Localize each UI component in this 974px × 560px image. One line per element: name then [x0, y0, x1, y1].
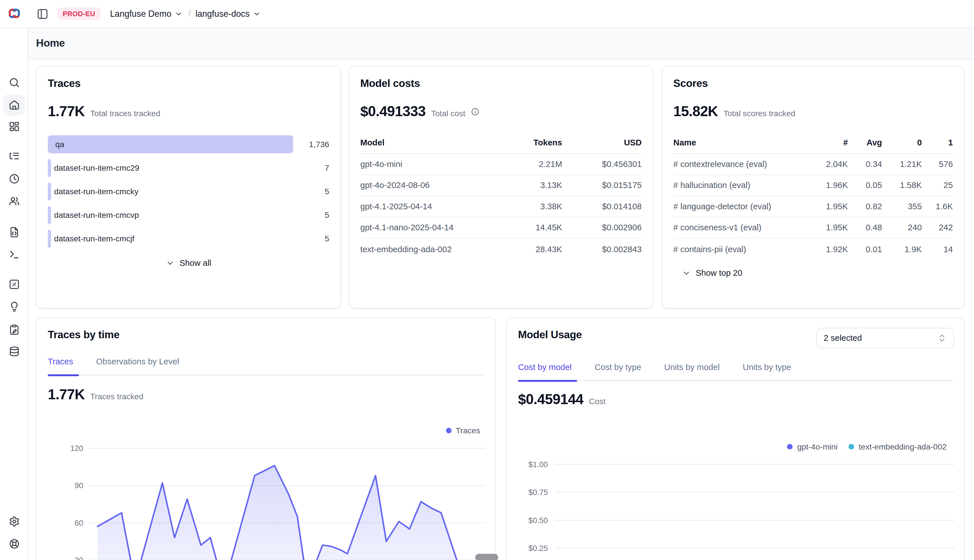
cell-usd: $0.014108	[562, 202, 642, 211]
model-filter-select[interactable]: 2 selected	[816, 328, 954, 348]
model-usage-tabs: Cost by model Cost by type Units by mode…	[518, 363, 953, 380]
cell-usd: $0.002906	[562, 223, 642, 232]
traces-tracked-label: Traces tracked	[90, 392, 144, 401]
legend-dot	[787, 444, 793, 450]
scores-table: Name # Avg 0 1 # contextrelevance (eval)…	[673, 138, 953, 259]
users-icon[interactable]	[8, 196, 20, 207]
trace-bar-label: dataset-run-item-cmcjf	[54, 230, 134, 248]
project-switcher[interactable]: langfuse-docs	[195, 9, 261, 19]
col-one: 1	[922, 138, 953, 147]
trace-bar[interactable]	[48, 230, 51, 248]
cell-count: 1.96K	[808, 181, 848, 190]
playground-terminal-icon[interactable]	[8, 249, 20, 260]
home-icon[interactable]	[8, 99, 20, 110]
tab-cost-by-model[interactable]: Cost by model	[518, 363, 572, 380]
sessions-clock-icon[interactable]	[8, 173, 20, 184]
breadcrumb-separator: /	[188, 7, 191, 20]
show-top-20-button[interactable]: Show top 20	[673, 268, 953, 277]
cell-zero: 355	[882, 202, 922, 211]
trace-bar-label: dataset-run-item-cmcvp	[54, 206, 139, 224]
chevrons-up-down-icon	[937, 333, 947, 343]
app-window: PROD-EU Langfuse Demo / langfuse-docs	[0, 0, 974, 560]
search-icon[interactable]	[8, 77, 20, 88]
tab-units-by-type[interactable]: Units by type	[743, 363, 791, 380]
model-filter-value: 2 selected	[824, 333, 862, 343]
page-title: Home	[36, 37, 65, 50]
total-cost-label: Total cost	[431, 109, 465, 118]
annotation-clipboard-pen-icon[interactable]	[8, 324, 20, 335]
dashboards-icon[interactable]	[8, 121, 20, 132]
cell-tokens: 2.21M	[494, 160, 562, 169]
legend-item[interactable]: Traces	[446, 426, 480, 435]
tab-observations-by-level[interactable]: Observations by Level	[96, 357, 179, 374]
info-icon[interactable]	[471, 107, 479, 116]
table-row: # contextrelevance (eval) 2.04K 0.34 1.2…	[673, 154, 953, 175]
cell-one: 242	[922, 223, 953, 232]
tab-traces[interactable]: Traces	[48, 357, 73, 374]
trace-bar[interactable]	[48, 135, 293, 153]
cell-tokens: 28.43K	[494, 244, 562, 253]
trace-bar[interactable]	[48, 183, 51, 200]
table-row: # contains-pii (eval) 1.92K 0.01 1.9K 14	[673, 238, 953, 260]
traces-total: 1.77K	[48, 103, 85, 120]
insights-lightbulb-icon[interactable]	[8, 301, 20, 312]
page-header: Home	[28, 28, 974, 59]
model-usage-card: Model Usage 2 selected Cost by model Cos…	[506, 317, 965, 560]
trace-bar-label: qa	[55, 135, 65, 153]
card-title: Traces	[48, 78, 329, 90]
chevron-down-icon	[253, 10, 261, 18]
total-cost: $0.491333	[360, 103, 426, 120]
trace-bar-row: dataset-run-item-cmcvp 5	[48, 206, 329, 224]
cell-one: 576	[922, 160, 953, 169]
environment-badge[interactable]: PROD-EU	[57, 7, 100, 20]
legend-item[interactable]: text-embedding-ada-002	[849, 442, 947, 452]
trace-bar[interactable]	[48, 159, 51, 177]
cell-tokens: 3.13K	[494, 181, 562, 190]
usage-cost-label: Cost	[589, 397, 605, 406]
trace-bar-row: dataset-run-item-cmc29 7	[48, 159, 329, 177]
sidebar-toggle-icon[interactable]	[37, 8, 48, 20]
legend-item[interactable]: gpt-4o-mini	[787, 442, 838, 452]
show-top-20-label: Show top 20	[696, 268, 742, 277]
active-tab-indicator	[48, 374, 79, 376]
table-header: Model Tokens USD	[360, 138, 642, 154]
show-all-button[interactable]: Show all	[48, 258, 329, 268]
table-row: text-embedding-ada-002 28.43K $0.002843	[360, 238, 642, 260]
evals-percent-icon[interactable]	[8, 279, 20, 290]
col-zero: 0	[882, 138, 922, 147]
traces-tracked: 1.77K	[48, 386, 85, 403]
traces-card: Traces 1.77K Total traces tracked qa 1,7…	[36, 66, 341, 309]
tab-cost-by-type[interactable]: Cost by type	[595, 363, 641, 380]
cell-count: 2.04K	[808, 160, 848, 169]
table-row: gpt-4o-2024-08-06 3.13K $0.015175	[360, 175, 642, 196]
cell-name: # hallucination (eval)	[673, 181, 808, 190]
tracing-tree-icon[interactable]	[8, 151, 20, 162]
cell-zero: 1.58K	[882, 181, 922, 190]
table-row: # language-detector (eval) 1.95K 0.82 35…	[673, 196, 953, 217]
trace-bar[interactable]	[48, 206, 51, 224]
tab-units-by-model[interactable]: Units by model	[664, 363, 720, 380]
org-switcher[interactable]: Langfuse Demo	[110, 9, 182, 19]
cell-avg: 0.82	[848, 202, 882, 211]
trace-bar-value: 5	[293, 234, 329, 243]
legend-dot	[446, 428, 451, 433]
cell-avg: 0.48	[848, 223, 882, 232]
cell-zero: 1.9K	[882, 244, 922, 253]
cell-model: gpt-4o-mini	[360, 160, 494, 169]
col-model: Model	[360, 138, 494, 147]
svg-text:120: 120	[70, 444, 83, 453]
settings-gear-icon[interactable]	[8, 516, 20, 527]
scores-total: 15.82K	[673, 103, 718, 120]
datasets-database-icon[interactable]	[8, 346, 20, 357]
prompts-file-json-icon[interactable]	[8, 227, 20, 238]
scrollbar-thumb[interactable]	[475, 554, 498, 560]
card-title: Model costs	[360, 78, 642, 90]
tab-track	[518, 380, 953, 381]
support-lifebuoy-icon[interactable]	[8, 538, 20, 549]
svg-text:$0.25: $0.25	[528, 544, 548, 553]
trace-bar-value: 5	[293, 187, 329, 196]
org-name: Langfuse Demo	[110, 9, 171, 19]
cell-name: # conciseness-v1 (eval)	[673, 223, 808, 232]
cell-name: # contextrelevance (eval)	[673, 160, 808, 169]
table-row: # conciseness-v1 (eval) 1.95K 0.48 240 2…	[673, 217, 953, 238]
